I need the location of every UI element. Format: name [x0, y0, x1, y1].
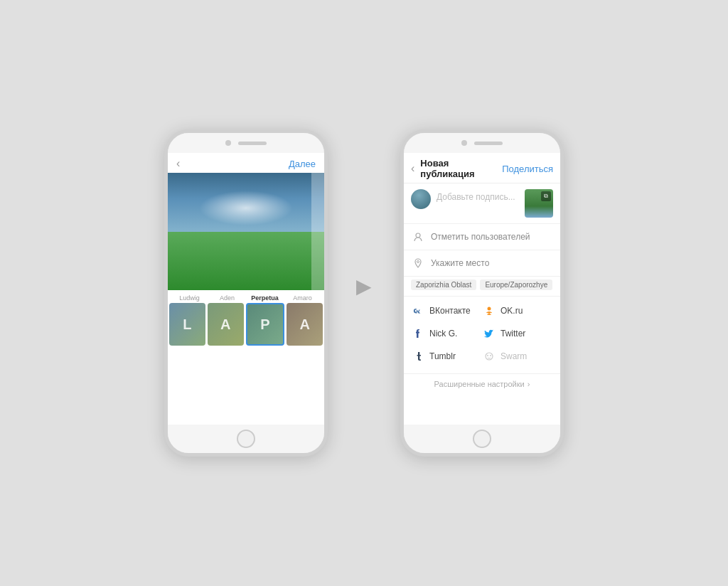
phone-1: ‹ Далее Ludwig Aden Perpetua Amaro L — [164, 129, 328, 457]
vk-icon — [411, 304, 425, 318]
social-row-3: Tumblr Swarm — [411, 346, 553, 366]
phone-2: ‹ Новая публикация Поделиться Добавьте п… — [400, 129, 564, 457]
social-twitter[interactable]: Twitter — [482, 324, 553, 343]
social-tumblr[interactable]: Tumblr — [411, 346, 482, 366]
caption-row: Добавьте подпись... ⧉ — [404, 183, 560, 224]
filter-letter-ludwig: L — [183, 316, 191, 333]
person-icon — [411, 230, 425, 244]
front-camera-2 — [461, 140, 467, 146]
svg-point-2 — [488, 307, 491, 311]
advanced-settings-row[interactable]: Расширенные настройки › — [404, 373, 560, 394]
phone-2-screen: ‹ Новая публикация Поделиться Добавьте п… — [404, 153, 560, 425]
filter-thumb-perpetua[interactable]: P — [246, 303, 285, 346]
mute-button-2 — [400, 183, 401, 196]
filter-letter-amaro: A — [299, 316, 309, 333]
share-screen-title: Новая публикация — [420, 158, 502, 179]
next-photo-strip — [311, 173, 324, 290]
facebook-icon — [411, 326, 425, 341]
phone-1-screen: ‹ Далее Ludwig Aden Perpetua Amaro L — [168, 153, 324, 425]
speaker-2 — [474, 142, 503, 145]
tag-users-row[interactable]: Отметить пользователей — [404, 224, 560, 250]
advanced-settings-label: Расширенные настройки — [434, 380, 525, 388]
twitter-icon — [482, 326, 496, 341]
location-row[interactable]: Укажите место — [404, 250, 560, 277]
filter-letter-perpetua: P — [260, 316, 269, 333]
back-button[interactable]: ‹ — [176, 157, 180, 170]
front-camera — [225, 140, 231, 146]
social-swarm[interactable]: Swarm — [482, 346, 553, 366]
volume-down-button-2 — [400, 225, 401, 245]
ok-label: OK.ru — [500, 306, 523, 316]
speaker — [238, 142, 267, 145]
avatar-image — [411, 189, 431, 209]
filter-thumb-ludwig[interactable]: L — [169, 303, 205, 346]
filter-thumb-amaro[interactable]: A — [287, 303, 323, 346]
volume-down-button — [164, 225, 165, 245]
vkontakte-label: ВКонтакте — [429, 306, 471, 316]
social-ok[interactable]: OK.ru — [482, 301, 553, 321]
field-layer — [168, 232, 324, 291]
power-button — [327, 190, 328, 210]
location-icon — [411, 256, 425, 270]
location-tags: Zaporizhia Oblast Europe/Zaporozhye — [404, 277, 560, 297]
home-button-2[interactable] — [473, 430, 491, 448]
transition-arrow: ▶ — [356, 275, 372, 298]
filter-label-amaro[interactable]: Amaro — [284, 294, 321, 302]
location-tag-1[interactable]: Europe/Zaporozhye — [480, 279, 552, 290]
filter-labels: Ludwig Aden Perpetua Amaro — [168, 290, 324, 303]
nickG-label: Nick G. — [429, 329, 457, 339]
photo-thumbnail: ⧉ — [525, 189, 553, 218]
phone-2-top-bar — [404, 133, 560, 153]
phone-2-nav: ‹ Новая публикация Поделиться — [404, 153, 560, 183]
filter-letter-aden: A — [220, 316, 230, 333]
cloud-layer — [199, 191, 293, 226]
phone-1-nav: ‹ Далее — [168, 153, 324, 173]
ok-icon — [482, 304, 496, 318]
volume-up-button-2 — [400, 201, 401, 220]
tag-users-label: Отметить пользователей — [431, 232, 530, 242]
location-tag-0[interactable]: Zaporizhia Oblast — [411, 279, 476, 290]
social-row-1: ВКонтакте OK.ru — [411, 301, 553, 321]
advanced-settings-chevron: › — [528, 380, 530, 388]
swarm-label: Swarm — [500, 351, 527, 361]
svg-point-7 — [490, 355, 491, 356]
tumblr-icon — [411, 349, 425, 363]
location-label: Укажите место — [431, 258, 489, 268]
svg-point-0 — [416, 233, 420, 238]
caption-input[interactable]: Добавьте подпись... — [437, 189, 519, 202]
phone-top-bar — [168, 133, 324, 153]
social-grid: ВКонтакте OK.ru — [404, 297, 560, 373]
filter-label-aden[interactable]: Aden — [208, 294, 246, 302]
scene: ‹ Далее Ludwig Aden Perpetua Amaro L — [164, 129, 564, 457]
user-avatar — [411, 189, 431, 209]
social-row-2: Nick G. Twitter — [411, 324, 553, 343]
share-back-button[interactable]: ‹ — [411, 162, 414, 175]
twitter-label: Twitter — [500, 329, 525, 339]
share-button[interactable]: Поделиться — [502, 164, 553, 174]
photo-preview — [168, 173, 324, 290]
thumbnail-stack-icon: ⧉ — [541, 191, 551, 201]
svg-point-1 — [417, 261, 419, 263]
filter-thumb-aden[interactable]: A — [208, 303, 244, 346]
social-facebook[interactable]: Nick G. — [411, 324, 482, 343]
home-button-1[interactable] — [237, 430, 255, 448]
mute-button — [164, 183, 165, 196]
svg-point-6 — [487, 355, 488, 356]
swarm-icon — [482, 349, 496, 363]
phone-2-bottom-bar — [404, 425, 560, 453]
filter-strip: L A P A — [168, 303, 324, 350]
volume-up-button — [164, 201, 165, 220]
filter-label-perpetua[interactable]: Perpetua — [246, 294, 284, 302]
power-button-2 — [563, 190, 564, 210]
social-vkontakte[interactable]: ВКонтакте — [411, 301, 482, 321]
next-button[interactable]: Далее — [289, 159, 316, 169]
filter-label-ludwig[interactable]: Ludwig — [171, 294, 208, 302]
phone-1-bottom-bar — [168, 425, 324, 453]
tumblr-label: Tumblr — [429, 351, 456, 361]
